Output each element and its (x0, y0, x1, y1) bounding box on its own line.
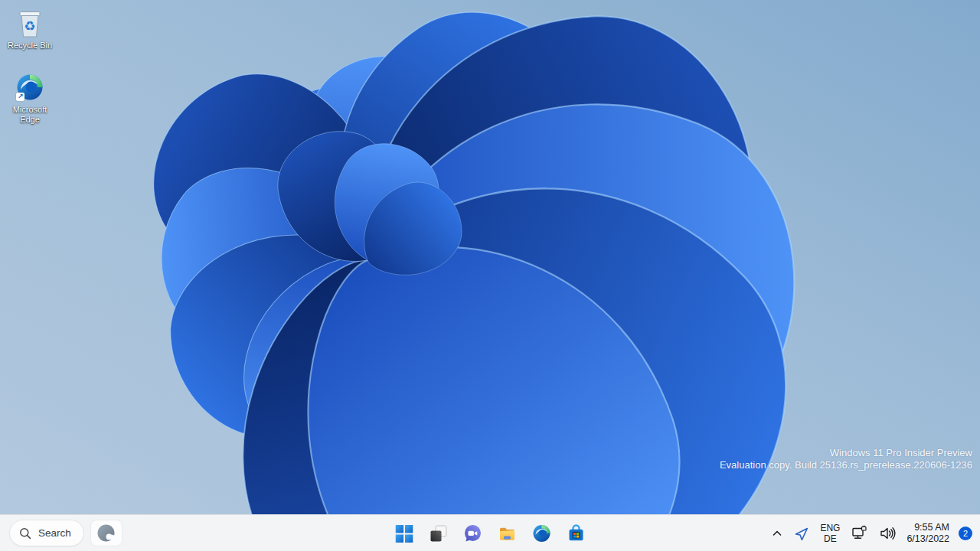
taskbar-left: Search (9, 520, 122, 546)
volume-button[interactable] (874, 518, 900, 549)
watermark-line2: Evaluation copy. Build 25136.rs_prerelea… (720, 459, 972, 471)
network-ethernet-icon (851, 524, 869, 543)
teams-chat-icon (464, 524, 482, 543)
windows-desktop-screen: ♻ Recycle Bin (0, 0, 980, 551)
clock[interactable]: 9:55 AM 6/13/2022 (902, 518, 954, 549)
notification-badge[interactable]: 2 (959, 527, 972, 540)
language-line1: ENG (820, 523, 840, 533)
desktop[interactable]: ♻ Recycle Bin (0, 0, 980, 514)
hidden-icons-button[interactable] (766, 518, 788, 549)
file-explorer-icon (498, 524, 517, 543)
task-view-button[interactable] (423, 518, 454, 549)
language-line2: DE (820, 533, 840, 544)
taskbar: Search (0, 514, 980, 551)
start-button[interactable] (389, 518, 420, 549)
store-button[interactable] (561, 518, 592, 549)
taskbar-center (389, 518, 592, 549)
desktop-icon-recycle-bin[interactable]: ♻ Recycle Bin (3, 5, 57, 55)
network-button[interactable] (847, 518, 873, 549)
desktop-icon-grid: ♻ Recycle Bin (3, 5, 57, 143)
shortcut-arrow-icon: ↗ (16, 93, 24, 101)
watermark-line1: Windows 11 Pro Insider Preview (720, 447, 972, 459)
search-button[interactable]: Search (9, 520, 84, 546)
desktop-icon-label: Recycle Bin (8, 41, 52, 51)
edge-icon (533, 524, 551, 543)
windows-logo-icon (395, 525, 413, 543)
weather-cloudy-icon (96, 523, 117, 544)
chat-button[interactable] (458, 518, 488, 549)
widgets-button[interactable] (90, 520, 122, 546)
clock-date: 6/13/2022 (906, 533, 949, 545)
search-icon (19, 527, 31, 540)
location-indicator[interactable] (789, 518, 813, 549)
file-explorer-button[interactable] (492, 518, 523, 549)
clock-time: 9:55 AM (906, 522, 949, 533)
speaker-icon (878, 524, 897, 543)
system-tray: ENG DE (766, 515, 972, 551)
wallpaper-bloom (0, 0, 980, 514)
task-view-icon (430, 525, 447, 543)
edge-button[interactable] (527, 518, 557, 549)
desktop-icon-microsoft-edge[interactable]: ↗ Microsoft Edge (3, 69, 57, 129)
language-indicator[interactable]: ENG DE (815, 518, 845, 549)
microsoft-store-icon (567, 524, 586, 543)
edge-icon: ↗ (15, 72, 44, 103)
recycle-bin-icon: ♻ (15, 8, 44, 38)
desktop-icon-label: Microsoft Edge (3, 105, 57, 125)
chevron-up-icon (770, 527, 784, 540)
search-label: Search (38, 527, 71, 539)
location-arrow-icon (793, 526, 809, 542)
svg-text:♻: ♻ (24, 18, 35, 34)
insider-watermark: Windows 11 Pro Insider Preview Evaluatio… (720, 447, 972, 471)
